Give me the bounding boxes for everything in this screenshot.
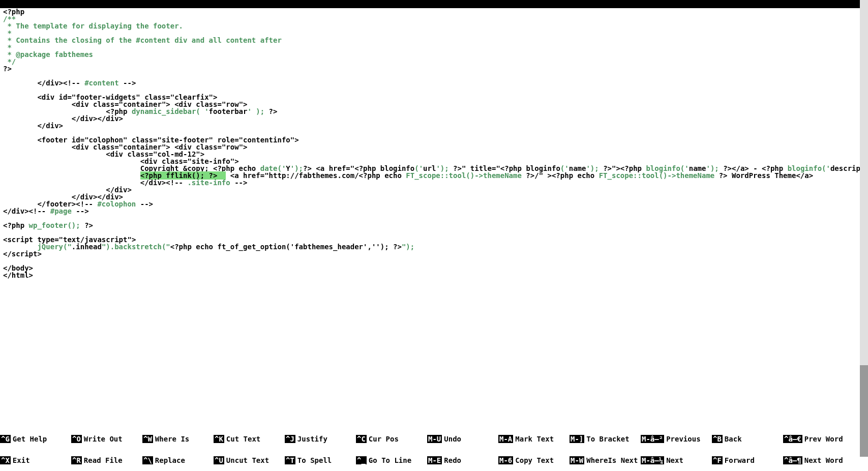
code-line xyxy=(3,229,860,236)
shortcut-key: ^_ xyxy=(356,456,367,464)
shortcut-item: ^UUncut Text xyxy=(214,457,285,464)
code-line: </script> xyxy=(3,250,860,257)
shortcut-item: ^BBack xyxy=(712,435,783,443)
code-line: <div class="container"> <div class="row"… xyxy=(3,101,860,108)
shortcut-label: Go To Line xyxy=(369,456,411,464)
code-line: <div class="container"> <div class="row"… xyxy=(3,143,860,151)
code-line: <div class="col-md-12"> xyxy=(3,151,860,158)
shortcut-label: Mark Text xyxy=(515,435,554,443)
code-line: <footer id="colophon" class="site-footer… xyxy=(3,136,860,143)
code-line: /** xyxy=(3,15,860,22)
code-line xyxy=(3,86,860,94)
code-line: */ xyxy=(3,58,860,65)
code-line: </footer><!-- #colophon --> xyxy=(3,200,860,208)
shortcut-item: ^CCur Pos xyxy=(356,435,427,443)
shortcut-item: ^RRead File xyxy=(71,457,142,464)
code-line: * xyxy=(3,44,860,51)
shortcut-key: M-E xyxy=(427,456,442,464)
code-line: <?php dynamic_sidebar( 'footerbar' ); ?> xyxy=(3,108,860,115)
code-line: <?php fflink(); ?> <a href="http://fabth… xyxy=(3,172,860,179)
shortcut-key: M-A xyxy=(498,435,513,443)
shortcut-label: Cur Pos xyxy=(369,435,399,443)
shortcut-item: ^WWhere Is xyxy=(142,435,214,443)
shortcut-label: Next xyxy=(666,456,683,464)
shortcut-key: M-6 xyxy=(498,456,513,464)
shortcut-item: ^TTo Spell xyxy=(285,457,356,464)
shortcut-key: ^K xyxy=(214,435,224,443)
shortcut-key: ^C xyxy=(356,435,367,443)
shortcut-item: M-â–¼Next xyxy=(641,457,712,464)
shortcut-label: Write Out xyxy=(84,435,123,443)
shortcut-item: ^JJustify xyxy=(285,435,356,443)
shortcut-key: M-â–¼ xyxy=(641,456,664,464)
shortcut-item: ^â–¶Next Word xyxy=(783,457,854,464)
code-line: <?php xyxy=(3,8,860,15)
shortcut-item: M-AMark Text xyxy=(498,435,570,443)
scrollbar-thumb[interactable] xyxy=(860,365,868,457)
shortcut-key: ^G xyxy=(0,435,11,443)
shortcut-item: ^XExit xyxy=(0,457,71,464)
code-line: * xyxy=(3,30,860,37)
code-line xyxy=(3,215,860,222)
code-line: * Contains the closing of the #content d… xyxy=(3,37,860,44)
shortcut-label: Replace xyxy=(155,456,185,464)
shortcut-key: ^W xyxy=(142,435,153,443)
shortcut-item: M-UUndo xyxy=(427,435,498,443)
code-line: </div> xyxy=(3,122,860,129)
code-line: <script type="text/javascript"> xyxy=(3,236,860,243)
shortcut-label: Cut Text xyxy=(226,435,260,443)
shortcut-item: M-â–²Previous xyxy=(641,435,712,443)
shortcut-key: ^â—€ xyxy=(783,435,802,443)
shortcut-label: WhereIs Next xyxy=(586,456,638,464)
shortcut-label: Undo xyxy=(444,435,461,443)
shortcut-item: ^FForward xyxy=(712,457,783,464)
code-line xyxy=(3,257,860,264)
shortcut-key: ^X xyxy=(0,456,11,464)
shortcut-label: Previous xyxy=(666,435,700,443)
scrollbar[interactable] xyxy=(860,0,868,457)
shortcut-label: Prev Word xyxy=(804,435,843,443)
code-line: </body> xyxy=(3,264,860,272)
shortcut-item: ^OWrite Out xyxy=(71,435,142,443)
shortcut-label: Forward xyxy=(725,456,755,464)
shortcut-label: To Spell xyxy=(297,456,332,464)
shortcut-item: M-WWhereIs Next xyxy=(570,457,641,464)
shortcut-label: Read File xyxy=(84,456,123,464)
shortcut-item: M-ERedo xyxy=(427,457,498,464)
shortcut-key: ^B xyxy=(712,435,723,443)
code-line: <?php wp_footer(); ?> xyxy=(3,222,860,229)
shortcut-item: ^KCut Text xyxy=(214,435,285,443)
shortcut-label: Uncut Text xyxy=(226,456,269,464)
shortcut-key: M-U xyxy=(427,435,442,443)
shortcut-key: M-W xyxy=(570,456,584,464)
code-line: ?> xyxy=(3,65,860,72)
code-line: Copyright &copy; <?php echo date('Y');?>… xyxy=(3,165,860,172)
shortcut-label: Where Is xyxy=(155,435,189,443)
shortcut-label: Back xyxy=(725,435,742,443)
shortcut-item: ^GGet Help xyxy=(0,435,71,443)
shortcut-label: To Bracket xyxy=(586,435,629,443)
shortcut-label: Next Word xyxy=(804,456,843,464)
code-line: jQuery(".inhead").backstretch("<?php ech… xyxy=(3,243,860,250)
shortcut-key: ^\ xyxy=(142,456,153,464)
code-line: </div> xyxy=(3,186,860,193)
shortcut-label: Redo xyxy=(444,456,461,464)
shortcut-key: ^T xyxy=(285,456,295,464)
code-line xyxy=(3,129,860,136)
shortcut-key: M-â–² xyxy=(641,435,664,443)
editor-content[interactable]: <?php/** * The template for displaying t… xyxy=(3,8,860,457)
shortcut-key: ^O xyxy=(71,435,82,443)
shortcut-item: M-6Copy Text xyxy=(498,457,570,464)
code-line: <div id="footer-widgets" class="clearfix… xyxy=(3,94,860,101)
shortcut-key: M-] xyxy=(570,435,584,443)
shortcut-row-1: ^GGet Help^OWrite Out^WWhere Is^KCut Tex… xyxy=(0,435,868,443)
shortcut-bar: ^GGet Help^OWrite Out^WWhere Is^KCut Tex… xyxy=(0,421,868,471)
shortcut-key: ^â–¶ xyxy=(783,456,802,464)
shortcut-key: ^F xyxy=(712,456,723,464)
shortcut-item: ^â—€Prev Word xyxy=(783,435,854,443)
code-line: </html> xyxy=(3,272,860,279)
shortcut-key: ^U xyxy=(214,456,224,464)
code-line: * The template for displaying the footer… xyxy=(3,22,860,30)
shortcut-key: ^R xyxy=(71,456,82,464)
code-line: </div><!-- .site-info --> xyxy=(3,179,860,186)
